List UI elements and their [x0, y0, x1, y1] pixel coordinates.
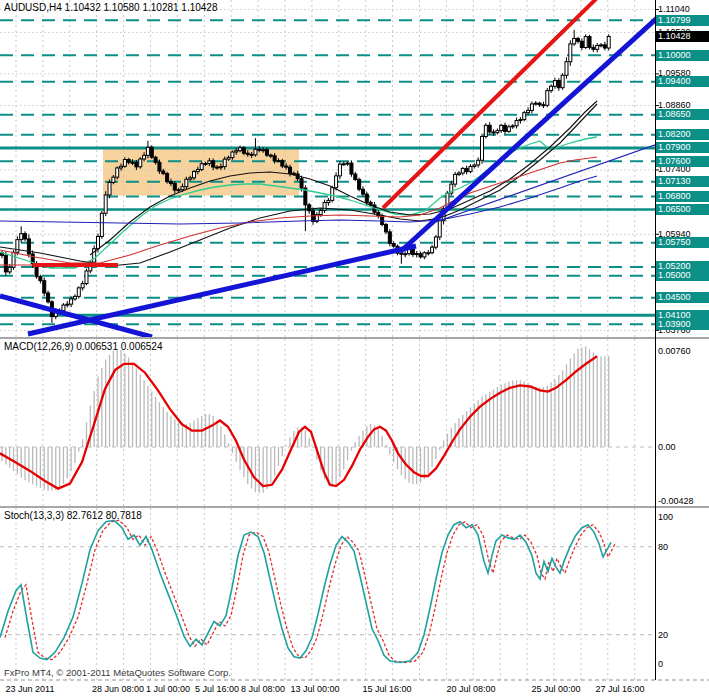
date-label: 20 Jul 08:00: [446, 684, 495, 694]
candle-body: [392, 243, 395, 246]
candle-body: [116, 168, 119, 177]
candle-body: [62, 305, 65, 311]
sr-price-label: 1.07900: [656, 142, 709, 153]
candle-body: [204, 163, 207, 164]
candle-body: [189, 178, 192, 179]
candle-body: [139, 159, 142, 167]
candle-body: [277, 161, 280, 162]
candle-body: [143, 155, 146, 159]
stoch-axis-label: 20: [658, 630, 668, 640]
mt4-chart-window: AUDUSD,H4 1.10432 1.10580 1.10281 1.1042…: [0, 0, 709, 698]
sr-price-label: 1.06800: [656, 191, 709, 202]
candle-body: [24, 234, 27, 239]
candle-body: [158, 162, 161, 171]
price-tick-label: 1.11040: [656, 4, 709, 15]
sr-price-label: 1.10799: [656, 15, 709, 26]
candle-body: [427, 253, 430, 254]
candle-body: [20, 234, 23, 240]
stoch-k-line: [0, 520, 611, 662]
candle-body: [323, 203, 326, 211]
candle-body: [553, 81, 556, 87]
candle-body: [519, 120, 522, 121]
candle-body: [454, 174, 457, 184]
candle-body: [181, 187, 184, 190]
candle-body: [580, 41, 583, 47]
candle-body: [85, 271, 88, 284]
stoch-indicator-label: Stoch(13,3,3) 82.7612 80.7818: [4, 510, 142, 521]
candle-body: [411, 249, 414, 255]
candle-body: [112, 177, 115, 182]
date-label: 8 Jul 08:00: [241, 684, 285, 694]
candle-body: [154, 157, 157, 162]
candle-body: [438, 221, 441, 237]
candle-body: [477, 160, 480, 165]
candle-body: [415, 254, 418, 255]
candle-body: [569, 44, 572, 62]
candle-body: [515, 121, 518, 126]
sr-price-label: 1.07130: [656, 176, 709, 187]
macd-axis-label: 0.00: [658, 442, 676, 452]
candle-body: [223, 159, 226, 166]
candle-body: [530, 104, 533, 110]
candle-body: [73, 296, 76, 299]
candle-body: [127, 160, 130, 163]
candle-body: [16, 240, 19, 253]
candle-body: [177, 190, 180, 191]
candle-body: [431, 247, 434, 253]
candle-body: [123, 160, 126, 167]
candle-body: [527, 110, 530, 112]
candle-body: [557, 81, 560, 88]
candle-body: [108, 182, 111, 195]
candle-body: [289, 167, 292, 173]
chart-title: AUDUSD,H4 1.10432 1.10580 1.10281 1.1042…: [4, 2, 218, 13]
candle-body: [100, 213, 103, 236]
candle-body: [523, 113, 526, 120]
candle-body: [600, 45, 603, 46]
candle-body: [500, 125, 503, 130]
macd-axis-label: -0.00428: [658, 496, 694, 506]
candle-body: [208, 161, 211, 164]
sr-price-label: 1.03900: [656, 319, 709, 330]
date-label: 13 Jul 00:00: [290, 684, 339, 694]
candle-body: [281, 161, 284, 166]
candle-body: [461, 168, 464, 173]
candle-body: [419, 254, 422, 257]
candle-body: [488, 125, 491, 132]
candle-body: [388, 232, 391, 244]
date-label: 15 Jul 16:00: [362, 684, 411, 694]
candle-body: [565, 62, 568, 76]
candle-body: [534, 103, 537, 104]
candle-body: [484, 125, 487, 136]
candle-body: [77, 288, 80, 297]
stoch-axis-label: 100: [658, 512, 673, 522]
candle-body: [169, 182, 172, 184]
macd-signal-line: [0, 356, 597, 488]
candle-body: [354, 174, 357, 179]
date-label: 5 Jul 16:00: [195, 684, 239, 694]
candle-body: [193, 172, 196, 178]
candle-body: [335, 176, 338, 188]
candle-body: [196, 170, 199, 172]
candle-body: [246, 153, 249, 154]
candle-body: [66, 304, 69, 305]
sr-price-label: 1.04500: [656, 292, 709, 303]
date-label: 28 Jun 08:00: [92, 684, 144, 694]
candle-body: [4, 255, 7, 272]
sr-price-label: 1.05750: [656, 237, 709, 248]
candle-body: [342, 164, 345, 165]
candle-body: [584, 37, 587, 48]
stoch-panel: [0, 508, 655, 680]
candle-body: [319, 210, 322, 214]
candle-body: [465, 168, 468, 171]
candle-body: [185, 179, 188, 186]
candle-body: [346, 163, 349, 164]
candle-body: [135, 162, 138, 166]
consolidation-box: [103, 147, 299, 195]
sr-price-label: 1.08650: [656, 109, 709, 120]
candle-body: [542, 105, 545, 106]
sr-price-label: 1.05000: [656, 270, 709, 281]
candle-body: [242, 148, 245, 153]
candle-body: [227, 158, 230, 160]
candle-body: [511, 126, 514, 127]
candle-body: [358, 179, 361, 189]
